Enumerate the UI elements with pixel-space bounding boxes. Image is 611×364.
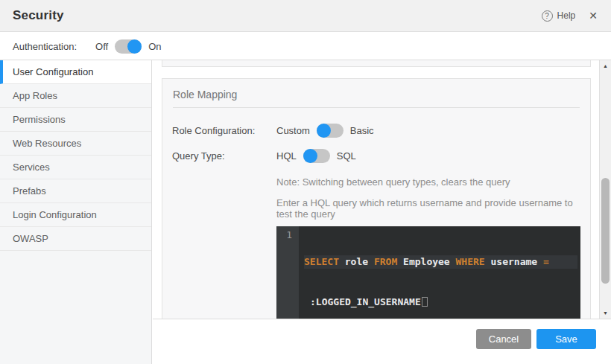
query-code-editor[interactable]: 1 SELECT role FROM Employee WHERE userna… (276, 226, 580, 319)
sidebar-item-label: Login Configuration (13, 209, 97, 220)
code-token: SELECT (304, 256, 345, 267)
scroll-area: Role Mapping Role Configuration: Custom … (153, 60, 611, 319)
previous-section-edge (162, 60, 591, 67)
code-token: Employee (403, 256, 455, 267)
custom-label: Custom (276, 125, 310, 136)
code-token: role (345, 256, 374, 267)
close-icon[interactable]: ✕ (589, 10, 598, 22)
query-hint: Enter a HQL query which returns username… (276, 197, 579, 220)
sidebar-item-prefabs[interactable]: Prefabs (0, 179, 151, 203)
sidebar-item-label: Services (13, 162, 50, 173)
sidebar-item-login-configuration[interactable]: Login Configuration (0, 203, 151, 227)
sidebar-item-label: Web Resources (13, 138, 81, 149)
sql-label: SQL (337, 150, 356, 162)
code-line-1: SELECT role FROM Employee WHERE username… (304, 255, 577, 269)
hql-label: HQL (276, 150, 297, 162)
authentication-toggle[interactable] (115, 39, 142, 54)
query-type-row: Query Type: HQL SQL (172, 149, 579, 163)
code-token: :LOGGED_IN_USERNAME (310, 296, 421, 307)
sidebar-item-app-roles[interactable]: App Roles (0, 84, 151, 108)
role-mapping-card: Role Mapping Role Configuration: Custom … (162, 78, 591, 319)
sidebar-item-label: OWASP (13, 233, 48, 244)
role-configuration-toggle[interactable] (317, 124, 344, 138)
section-title: Role Mapping (162, 79, 590, 107)
role-configuration-row: Role Configuration: Custom Basic (172, 124, 579, 138)
sidebar-item-user-configuration[interactable]: User Configuration (0, 60, 151, 84)
text-cursor (422, 297, 428, 307)
page-title: Security (13, 8, 64, 23)
query-type-label: Query Type: (172, 150, 276, 162)
basic-label: Basic (350, 125, 374, 136)
authentication-row: Authentication: Off On (0, 33, 611, 60)
help-button[interactable]: ? Help (542, 10, 576, 22)
main-panel: Role Mapping Role Configuration: Custom … (153, 60, 611, 364)
sidebar-item-services[interactable]: Services (0, 156, 151, 179)
sidebar-item-label: User Configuration (13, 66, 93, 77)
footer: Cancel Save (153, 319, 611, 364)
header: Security ? Help ✕ (0, 0, 611, 32)
editor-gutter: 1 (276, 226, 299, 319)
sidebar-item-label: Permissions (13, 114, 66, 125)
sidebar: User Configuration App Roles Permissions… (0, 60, 152, 364)
sidebar-item-label: App Roles (13, 90, 57, 101)
query-type-toggle[interactable] (303, 149, 330, 163)
toggle-knob (317, 124, 331, 138)
line-number: 1 (286, 229, 292, 240)
vertical-scrollbar[interactable]: ▲ ▼ (599, 60, 611, 319)
query-note: Note: Switching between query types, cle… (276, 176, 579, 188)
code-line-1-wrapped: :LOGGED_IN_USERNAME (304, 296, 577, 309)
auth-on-label: On (148, 41, 161, 52)
code-token: = (543, 256, 549, 267)
auth-off-label: Off (95, 41, 108, 52)
scrollbar-thumb[interactable] (601, 178, 610, 284)
help-label: Help (557, 10, 576, 21)
scroll-down-arrow-icon[interactable]: ▼ (600, 308, 611, 319)
sidebar-item-label: Prefabs (13, 185, 46, 197)
authentication-label: Authentication: (13, 41, 77, 52)
toggle-knob (303, 149, 317, 163)
code-token: FROM (374, 256, 403, 267)
help-icon: ? (542, 10, 553, 22)
editor-code: SELECT role FROM Employee WHERE username… (299, 226, 580, 319)
section-divider (173, 107, 580, 108)
role-configuration-label: Role Configuration: (172, 125, 276, 136)
toggle-knob (127, 39, 142, 54)
sidebar-item-permissions[interactable]: Permissions (0, 108, 151, 132)
save-button[interactable]: Save (536, 329, 596, 349)
cancel-button[interactable]: Cancel (476, 329, 531, 349)
sidebar-item-owasp[interactable]: OWASP (0, 227, 151, 251)
sidebar-item-web-resources[interactable]: Web Resources (0, 132, 151, 156)
code-token: WHERE (456, 256, 491, 267)
code-token: username (491, 256, 543, 267)
security-dialog: Security ? Help ✕ Authentication: Off On… (0, 0, 611, 364)
scroll-up-arrow-icon[interactable]: ▲ (600, 61, 611, 71)
